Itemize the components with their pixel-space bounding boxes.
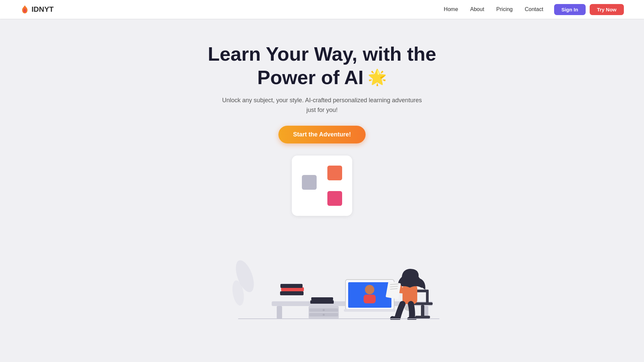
scene-svg [205,223,439,320]
hero-title-ai: Power of AI [257,66,364,89]
logo[interactable]: IDNYT [20,5,54,14]
signin-button[interactable]: Sign In [554,4,586,15]
nav-contact[interactable]: Contact [525,6,543,12]
svg-rect-3 [277,306,282,319]
hero-subtitle: Unlock any subject, your style. AI-craft… [218,96,426,115]
star-emoji: 🌟 [368,68,387,86]
svg-rect-19 [364,295,376,303]
shape-pink [327,191,342,206]
navbar: IDNYT Home About Pricing Contact Sign In… [0,0,644,19]
svg-rect-10 [280,291,304,295]
logo-icon [20,5,30,14]
svg-rect-5 [309,306,339,319]
svg-rect-13 [310,300,334,304]
shape-gray [302,175,317,190]
svg-rect-20 [344,309,396,312]
svg-rect-25 [415,316,430,318]
nav-links: Home About Pricing Contact [444,6,543,12]
adventure-button[interactable]: Start the Adventure! [278,126,366,143]
svg-rect-12 [280,284,303,288]
hero-section: Learn Your Way, with the Power of AI 🌟 U… [0,19,644,320]
scene-container [205,223,439,320]
nav-pricing[interactable]: Pricing [496,6,513,12]
trynow-button[interactable]: Try Now [590,4,624,15]
nav-actions: Sign In Try Now [554,4,624,15]
svg-point-34 [407,316,417,320]
nav-home[interactable]: Home [444,6,458,12]
hero-title-line2: Power of AI 🌟 [208,66,436,89]
card-illustration [292,156,352,216]
card-shapes [302,166,342,206]
svg-point-8 [323,309,325,311]
svg-point-18 [365,285,374,294]
hero-title: Learn Your Way, with the Power of AI 🌟 [208,42,436,89]
logo-text: IDNYT [32,5,54,14]
nav-about[interactable]: About [470,6,484,12]
svg-point-9 [323,314,325,316]
shape-orange [327,166,342,180]
svg-rect-14 [311,297,333,300]
hero-title-line1: Learn Your Way, with the [208,42,436,66]
